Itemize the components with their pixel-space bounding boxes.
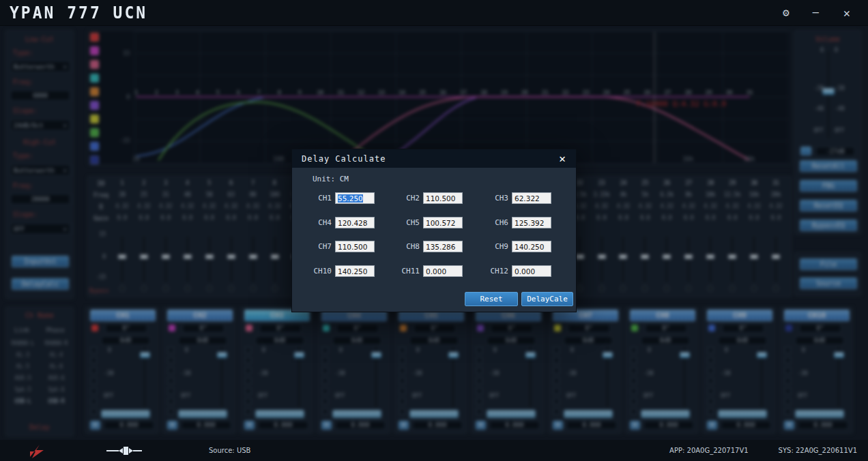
delay-calculate-dialog: Delay Calculate ✕ Unit: CM Reset DelayCa…	[291, 149, 577, 312]
delay-input[interactable]: 120.428	[335, 217, 375, 228]
delay-channel-field: CH9140.250	[488, 241, 551, 252]
channel-label: CH1	[311, 194, 332, 203]
delay-channel-field: CH110.000	[399, 265, 463, 277]
sys-version: SYS: 22A0G_220611V1	[779, 447, 857, 454]
delay-channel-field: CH2110.500	[399, 192, 463, 204]
delay-channel-field: CH8135.286	[399, 241, 463, 252]
delay-channel-field: CH362.322	[488, 192, 551, 204]
channel-label: CH2	[399, 194, 420, 203]
channel-label: CH9	[488, 242, 508, 251]
channel-label: CH11	[399, 267, 420, 276]
dialog-title-bar[interactable]: Delay Calculate ✕	[292, 149, 576, 168]
channel-label: CH12	[488, 267, 508, 276]
fader-icon[interactable]	[105, 446, 143, 456]
dialog-close-icon[interactable]: ✕	[559, 152, 566, 165]
channel-label: CH7	[311, 242, 332, 251]
delay-channel-field: CH4120.428	[311, 217, 375, 228]
title-bar: YPAN 777 UCN ⚙ ─ ✕	[0, 0, 868, 26]
delay-input[interactable]: 110.500	[335, 241, 375, 252]
delay-input[interactable]: 140.250	[512, 241, 551, 252]
dialog-title: Delay Calculate	[302, 154, 386, 164]
channel-label: CH4	[311, 218, 332, 227]
delay-input[interactable]: 135.286	[423, 241, 463, 252]
delay-channel-field: CH120.000	[488, 265, 551, 277]
delay-input[interactable]: 62.322	[512, 192, 551, 204]
delay-channel-field: CH7110.500	[311, 241, 375, 252]
channel-label: CH10	[311, 267, 332, 276]
channel-label: CH3	[488, 194, 508, 203]
reset-button[interactable]: Reset	[465, 292, 518, 306]
channel-label: CH6	[488, 218, 508, 227]
app-window: YPAN 777 UCN ⚙ ─ ✕ Low-Cut Type: Butterw…	[0, 0, 868, 461]
status-bar: Source: USB APP: 20A0G_220717V1 SYS: 22A…	[0, 440, 868, 461]
app-logo: YPAN 777 UCN	[10, 3, 147, 22]
unit-label: Unit: CM	[313, 175, 349, 183]
delay-input[interactable]: 0.000	[423, 265, 463, 277]
delay-input[interactable]: 55.250	[335, 192, 375, 204]
delay-input[interactable]: 100.572	[423, 217, 463, 228]
delay-input[interactable]: 125.392	[512, 217, 551, 228]
delay-calc-confirm-button[interactable]: DelayCale	[521, 292, 573, 306]
settings-icon[interactable]: ⚙	[783, 6, 790, 19]
source-status: Source: USB	[209, 447, 250, 454]
delay-channel-field: CH5100.572	[399, 217, 463, 228]
app-version: APP: 20A0G_220717V1	[669, 447, 749, 454]
close-icon[interactable]: ✕	[843, 6, 850, 20]
delay-channel-field: CH6125.392	[488, 217, 551, 228]
minimize-icon[interactable]: ─	[813, 7, 819, 19]
delay-input[interactable]: 140.250	[335, 265, 375, 277]
delay-channel-field: CH155.250	[311, 192, 375, 204]
delay-input[interactable]: 0.000	[512, 265, 551, 277]
channel-label: CH8	[399, 242, 420, 251]
brand-logo-icon	[25, 442, 52, 460]
delay-input[interactable]: 110.500	[423, 192, 463, 204]
channel-label: CH5	[399, 218, 420, 227]
delay-channel-field: CH10140.250	[311, 265, 375, 277]
